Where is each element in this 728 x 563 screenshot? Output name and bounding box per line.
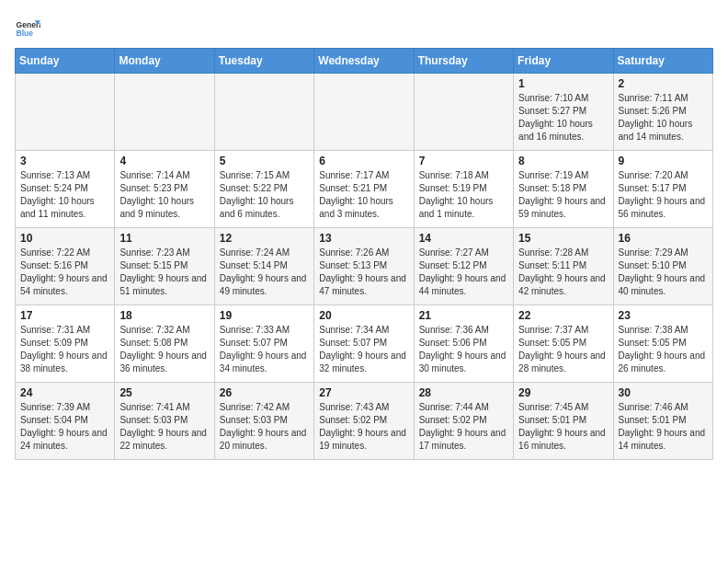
calendar-cell: 4Sunrise: 7:14 AM Sunset: 5:23 PM Daylig…: [115, 151, 214, 228]
day-number: 18: [119, 309, 209, 322]
calendar-week-3: 10Sunrise: 7:22 AM Sunset: 5:16 PM Dayli…: [16, 228, 713, 305]
calendar-cell: 15Sunrise: 7:28 AM Sunset: 5:11 PM Dayli…: [514, 228, 613, 305]
day-info: Sunrise: 7:27 AM Sunset: 5:12 PM Dayligh…: [419, 247, 508, 298]
day-info: Sunrise: 7:29 AM Sunset: 5:10 PM Dayligh…: [619, 247, 708, 298]
calendar-week-5: 24Sunrise: 7:39 AM Sunset: 5:04 PM Dayli…: [16, 383, 713, 460]
calendar-cell: 1Sunrise: 7:10 AM Sunset: 5:27 PM Daylig…: [514, 74, 613, 151]
day-number: 16: [619, 232, 708, 245]
day-number: 17: [20, 309, 109, 322]
day-info: Sunrise: 7:39 AM Sunset: 5:04 PM Dayligh…: [20, 401, 109, 453]
day-number: 22: [518, 309, 608, 322]
day-number: 3: [20, 155, 109, 167]
calendar-cell: [16, 74, 115, 151]
day-info: Sunrise: 7:38 AM Sunset: 5:05 PM Dayligh…: [619, 324, 708, 375]
day-number: 9: [619, 155, 708, 167]
weekday-header-row: SundayMondayTuesdayWednesdayThursdayFrid…: [16, 49, 713, 74]
calendar-cell: 23Sunrise: 7:38 AM Sunset: 5:05 PM Dayli…: [613, 305, 712, 383]
calendar-cell: 20Sunrise: 7:34 AM Sunset: 5:07 PM Dayli…: [314, 305, 414, 383]
weekday-header-sunday: Sunday: [16, 49, 115, 74]
weekday-header-friday: Friday: [514, 49, 613, 74]
weekday-header-thursday: Thursday: [414, 49, 513, 74]
day-number: 28: [419, 386, 508, 399]
calendar-cell: 8Sunrise: 7:19 AM Sunset: 5:18 PM Daylig…: [514, 151, 613, 228]
day-info: Sunrise: 7:20 AM Sunset: 5:17 PM Dayligh…: [619, 169, 708, 221]
calendar-cell: [314, 74, 414, 151]
calendar-cell: 25Sunrise: 7:41 AM Sunset: 5:03 PM Dayli…: [115, 383, 214, 460]
day-info: Sunrise: 7:42 AM Sunset: 5:03 PM Dayligh…: [220, 401, 309, 453]
day-info: Sunrise: 7:41 AM Sunset: 5:03 PM Dayligh…: [119, 401, 209, 453]
day-number: 27: [319, 386, 408, 399]
day-info: Sunrise: 7:26 AM Sunset: 5:13 PM Dayligh…: [319, 247, 408, 298]
calendar-cell: 22Sunrise: 7:37 AM Sunset: 5:05 PM Dayli…: [514, 305, 613, 383]
day-number: 25: [119, 386, 209, 399]
calendar-cell: 16Sunrise: 7:29 AM Sunset: 5:10 PM Dayli…: [613, 228, 712, 305]
calendar-cell: 30Sunrise: 7:46 AM Sunset: 5:01 PM Dayli…: [613, 383, 712, 460]
day-number: 11: [119, 232, 209, 245]
day-number: 13: [319, 232, 408, 245]
logo: General Blue: [15, 15, 40, 40]
day-number: 26: [220, 386, 309, 399]
day-info: Sunrise: 7:32 AM Sunset: 5:08 PM Dayligh…: [119, 324, 209, 375]
calendar-cell: 12Sunrise: 7:24 AM Sunset: 5:14 PM Dayli…: [214, 228, 313, 305]
day-number: 8: [518, 155, 608, 167]
calendar-cell: 21Sunrise: 7:36 AM Sunset: 5:06 PM Dayli…: [414, 305, 513, 383]
calendar-cell: 5Sunrise: 7:15 AM Sunset: 5:22 PM Daylig…: [214, 151, 313, 228]
day-info: Sunrise: 7:28 AM Sunset: 5:11 PM Dayligh…: [518, 247, 608, 298]
weekday-header-saturday: Saturday: [613, 49, 712, 74]
day-info: Sunrise: 7:22 AM Sunset: 5:16 PM Dayligh…: [20, 247, 109, 298]
calendar-cell: 9Sunrise: 7:20 AM Sunset: 5:17 PM Daylig…: [613, 151, 712, 228]
day-number: 10: [20, 232, 109, 245]
day-number: 2: [619, 77, 708, 90]
calendar-cell: [115, 74, 214, 151]
day-info: Sunrise: 7:24 AM Sunset: 5:14 PM Dayligh…: [220, 247, 309, 298]
calendar-cell: [414, 74, 513, 151]
calendar-week-4: 17Sunrise: 7:31 AM Sunset: 5:09 PM Dayli…: [16, 305, 713, 383]
weekday-header-tuesday: Tuesday: [214, 49, 313, 74]
calendar-cell: 29Sunrise: 7:45 AM Sunset: 5:01 PM Dayli…: [514, 383, 613, 460]
day-info: Sunrise: 7:37 AM Sunset: 5:05 PM Dayligh…: [518, 324, 608, 375]
day-number: 29: [518, 386, 608, 399]
day-info: Sunrise: 7:44 AM Sunset: 5:02 PM Dayligh…: [419, 401, 508, 453]
day-info: Sunrise: 7:31 AM Sunset: 5:09 PM Dayligh…: [20, 324, 109, 375]
day-info: Sunrise: 7:11 AM Sunset: 5:26 PM Dayligh…: [619, 92, 708, 144]
calendar-cell: 18Sunrise: 7:32 AM Sunset: 5:08 PM Dayli…: [115, 305, 214, 383]
day-number: 1: [518, 77, 608, 90]
day-info: Sunrise: 7:18 AM Sunset: 5:19 PM Dayligh…: [419, 169, 508, 221]
day-number: 21: [419, 309, 508, 322]
calendar-cell: 10Sunrise: 7:22 AM Sunset: 5:16 PM Dayli…: [16, 228, 115, 305]
calendar-cell: [214, 74, 313, 151]
calendar-cell: 7Sunrise: 7:18 AM Sunset: 5:19 PM Daylig…: [414, 151, 513, 228]
calendar-cell: 19Sunrise: 7:33 AM Sunset: 5:07 PM Dayli…: [214, 305, 313, 383]
calendar-cell: 11Sunrise: 7:23 AM Sunset: 5:15 PM Dayli…: [115, 228, 214, 305]
calendar-table: SundayMondayTuesdayWednesdayThursdayFrid…: [15, 48, 713, 460]
calendar-cell: 13Sunrise: 7:26 AM Sunset: 5:13 PM Dayli…: [314, 228, 414, 305]
day-info: Sunrise: 7:45 AM Sunset: 5:01 PM Dayligh…: [518, 401, 608, 453]
calendar-cell: 26Sunrise: 7:42 AM Sunset: 5:03 PM Dayli…: [214, 383, 313, 460]
day-info: Sunrise: 7:33 AM Sunset: 5:07 PM Dayligh…: [220, 324, 309, 375]
day-info: Sunrise: 7:46 AM Sunset: 5:01 PM Dayligh…: [619, 401, 708, 453]
day-number: 30: [619, 386, 708, 399]
day-number: 4: [119, 155, 209, 167]
day-number: 7: [419, 155, 508, 167]
logo-icon: General Blue: [15, 15, 40, 40]
day-number: 14: [419, 232, 508, 245]
calendar-cell: 17Sunrise: 7:31 AM Sunset: 5:09 PM Dayli…: [16, 305, 115, 383]
day-info: Sunrise: 7:14 AM Sunset: 5:23 PM Dayligh…: [119, 169, 209, 221]
weekday-header-monday: Monday: [115, 49, 214, 74]
calendar-cell: 2Sunrise: 7:11 AM Sunset: 5:26 PM Daylig…: [613, 74, 712, 151]
day-number: 24: [20, 386, 109, 399]
day-info: Sunrise: 7:19 AM Sunset: 5:18 PM Dayligh…: [518, 169, 608, 221]
day-number: 6: [319, 155, 408, 167]
day-number: 5: [220, 155, 309, 167]
calendar-cell: 6Sunrise: 7:17 AM Sunset: 5:21 PM Daylig…: [314, 151, 414, 228]
svg-text:Blue: Blue: [17, 29, 34, 38]
calendar-cell: 24Sunrise: 7:39 AM Sunset: 5:04 PM Dayli…: [16, 383, 115, 460]
day-number: 19: [220, 309, 309, 322]
day-info: Sunrise: 7:10 AM Sunset: 5:27 PM Dayligh…: [518, 92, 608, 144]
calendar-week-1: 1Sunrise: 7:10 AM Sunset: 5:27 PM Daylig…: [16, 74, 713, 151]
day-info: Sunrise: 7:13 AM Sunset: 5:24 PM Dayligh…: [20, 169, 109, 221]
day-info: Sunrise: 7:15 AM Sunset: 5:22 PM Dayligh…: [220, 169, 309, 221]
day-number: 12: [220, 232, 309, 245]
day-number: 23: [619, 309, 708, 322]
day-info: Sunrise: 7:17 AM Sunset: 5:21 PM Dayligh…: [319, 169, 408, 221]
